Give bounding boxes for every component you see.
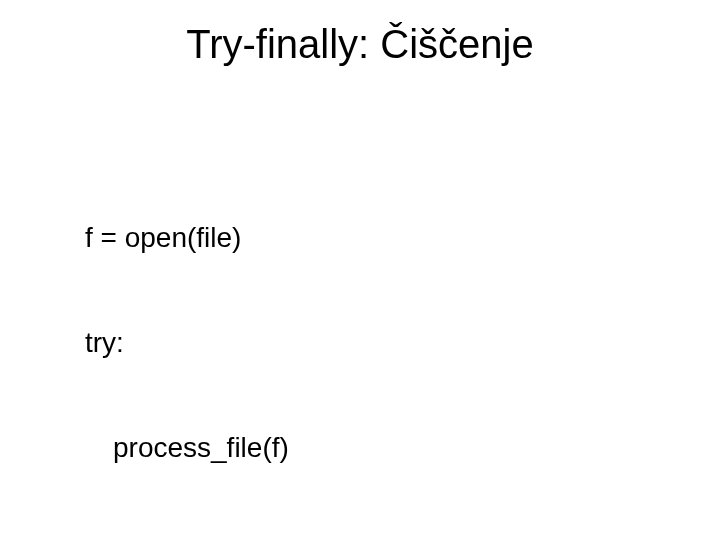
code-line-4: finally: (85, 535, 623, 540)
slide: Try-finally: Čiščenje f = open(file) try… (0, 0, 720, 540)
code-line-1: f = open(file) (85, 220, 623, 255)
slide-title: Try-finally: Čiščenje (0, 22, 720, 67)
code-line-3: process_file(f) (85, 430, 623, 465)
code-line-2: try: (85, 325, 623, 360)
code-block: f = open(file) try: process_file(f) fina… (85, 150, 623, 540)
